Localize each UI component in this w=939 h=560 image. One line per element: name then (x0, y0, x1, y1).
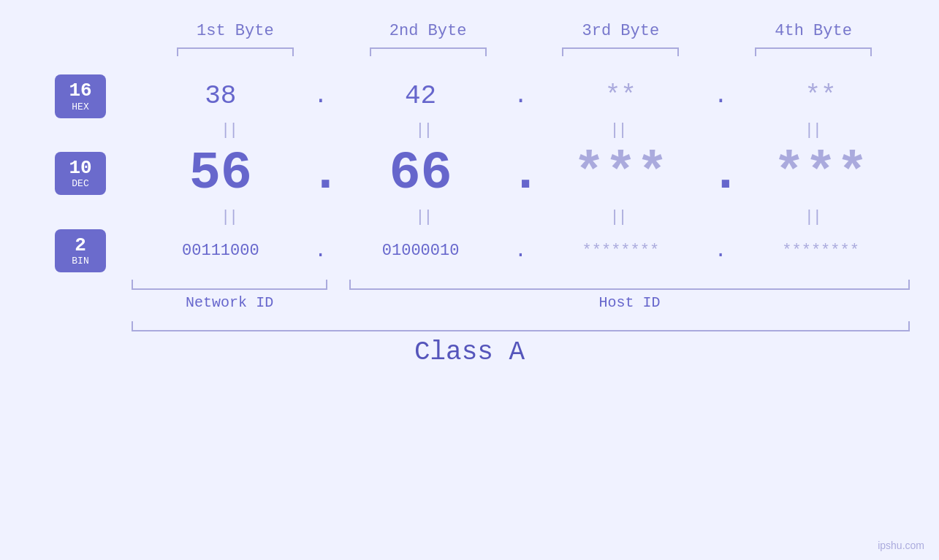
byte4-header: 4th Byte (717, 22, 910, 40)
byte-headers: 1st Byte 2nd Byte 3rd Byte 4th Byte (29, 22, 910, 40)
dec-byte4-cell: *** (731, 144, 910, 204)
bin-badge: 2 BIN (55, 229, 106, 273)
bin-sep2: . (510, 239, 532, 262)
class-label: Class A (414, 337, 525, 367)
eq2-sign2: || (415, 208, 431, 226)
dec-byte3-cell: *** (532, 144, 710, 204)
bracket-cell-1 (139, 47, 332, 56)
hex-byte1-cell: 38 (132, 81, 310, 111)
host-id-label: Host ID (349, 294, 910, 311)
top-brackets-row (29, 47, 910, 56)
bottom-bracket-row (29, 280, 910, 290)
eq1-cell1: || (132, 121, 326, 139)
class-label-container: Class A (29, 337, 910, 367)
bin-base-label: BIN (65, 256, 96, 266)
dec-row: 10 DEC 56 . 66 . *** . *** (29, 144, 910, 204)
dec-byte4-value: *** (773, 144, 868, 204)
byte3-header: 3rd Byte (525, 22, 718, 40)
dec-byte-cells: 56 . 66 . *** . *** (132, 144, 910, 204)
dec-byte2-cell: 66 (332, 144, 510, 204)
dec-label: 10 DEC (29, 152, 132, 196)
dec-sep2: . (510, 144, 532, 204)
dec-byte1-value: 56 (189, 144, 252, 204)
eq2-cell4: || (715, 208, 910, 226)
bin-byte2-cell: 01000010 (332, 242, 510, 260)
bin-byte4-value: ******** (782, 242, 859, 260)
bracket-gap (327, 280, 349, 290)
network-id-bracket (132, 280, 327, 290)
hex-sep2: . (510, 83, 532, 110)
dec-byte1-cell: 56 (132, 144, 310, 204)
eq2-cell3: || (521, 208, 715, 226)
dec-sep3: . (710, 144, 731, 204)
bin-byte3-cell: ******** (532, 242, 710, 260)
bin-label: 2 BIN (29, 229, 132, 273)
dec-base-label: DEC (65, 178, 96, 189)
equals-row-1: || || || || (29, 121, 910, 139)
hex-byte3-cell: ** (532, 81, 710, 111)
bin-byte3-value: ******** (582, 242, 660, 260)
hex-row: 16 HEX 38 . 42 . ** . ** (29, 74, 910, 118)
byte2-header: 2nd Byte (332, 22, 525, 40)
class-bracket (132, 321, 910, 331)
top-bracket-2 (370, 47, 487, 56)
top-bracket-3 (562, 47, 679, 56)
hex-label: 16 HEX (29, 74, 132, 118)
watermark: ipshu.com (878, 540, 924, 551)
bin-sep3: . (710, 239, 731, 262)
hex-sep3: . (710, 83, 731, 110)
eq1-cell2: || (326, 121, 520, 139)
bin-byte-cells: 00111000 . 01000010 . ******** . *******… (132, 239, 910, 262)
eq2-cell2: || (326, 208, 520, 226)
host-id-bracket (349, 280, 910, 290)
hex-byte-cells: 38 . 42 . ** . ** (132, 81, 910, 111)
bracket-cell-4 (717, 47, 910, 56)
bin-base-num: 2 (65, 235, 96, 256)
id-labels-container: Network ID Host ID (29, 294, 910, 311)
eq1-sign4: || (805, 121, 821, 139)
dec-base-num: 10 (65, 158, 96, 179)
eq2-sign3: || (609, 208, 626, 226)
bin-byte2-value: 01000010 (382, 242, 460, 260)
hex-byte1-value: 38 (205, 81, 236, 111)
eq1-cell4: || (715, 121, 910, 139)
class-bracket-row (29, 321, 910, 331)
hex-byte4-value: ** (805, 81, 837, 111)
eq2-cell1: || (132, 208, 326, 226)
hex-byte4-cell: ** (731, 81, 910, 111)
bracket-cell-2 (332, 47, 525, 56)
byte1-header: 1st Byte (139, 22, 332, 40)
bracket-cell-3 (525, 47, 718, 56)
hex-byte3-value: ** (605, 81, 636, 111)
eq1-cell3: || (521, 121, 715, 139)
bin-byte1-cell: 00111000 (132, 242, 310, 260)
eq2-sign4: || (805, 208, 821, 226)
eq2-sign1: || (221, 208, 237, 226)
dec-badge: 10 DEC (55, 152, 106, 196)
hex-base-label: HEX (65, 101, 96, 112)
top-bracket-1 (177, 47, 294, 56)
network-id-label: Network ID (132, 294, 327, 311)
bin-row: 2 BIN 00111000 . 01000010 . ******** . *… (29, 229, 910, 273)
hex-byte2-cell: 42 (332, 81, 510, 111)
dec-sep1: . (310, 144, 332, 204)
dec-byte3-value: *** (574, 144, 669, 204)
top-bracket-4 (755, 47, 872, 56)
equals-row-2: || || || || (29, 208, 910, 226)
bin-byte4-cell: ******** (731, 242, 910, 260)
eq1-sign2: || (415, 121, 431, 139)
hex-base-num: 16 (65, 80, 96, 101)
hex-sep1: . (310, 83, 332, 110)
hex-badge: 16 HEX (55, 74, 106, 118)
bin-byte1-value: 00111000 (182, 242, 259, 260)
dec-byte2-value: 66 (389, 144, 452, 204)
hex-byte2-value: 42 (405, 81, 436, 111)
label-gap (327, 294, 349, 311)
eq1-sign1: || (221, 121, 237, 139)
bin-sep1: . (310, 239, 332, 262)
main-container: 1st Byte 2nd Byte 3rd Byte 4th Byte 16 H… (0, 0, 939, 560)
eq1-sign3: || (609, 121, 626, 139)
